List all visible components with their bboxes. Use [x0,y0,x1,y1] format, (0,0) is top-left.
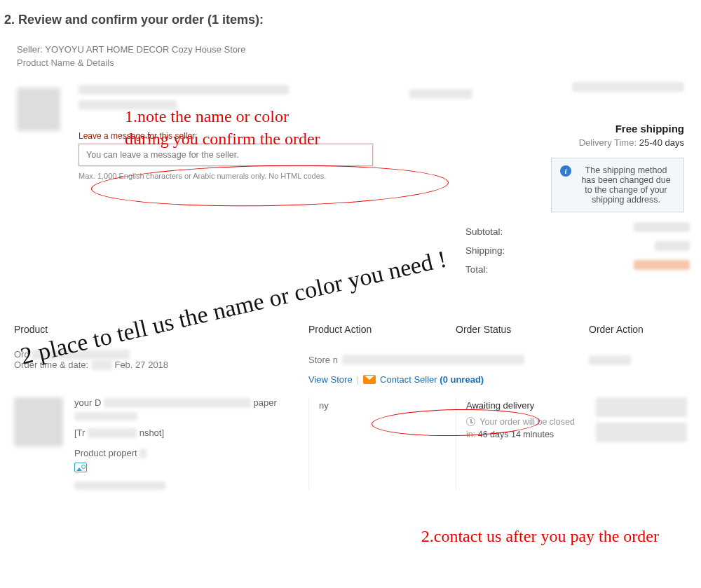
total-label: Total: [465,260,488,279]
col-status: Order Status [456,324,589,335]
annotation-2: 2.contact us after you pay the order [421,527,659,546]
blurred-text [634,260,690,270]
blurred-text [589,355,631,365]
ny-text: ny [319,400,329,411]
paper-suffix: paper [254,397,277,408]
product-name-details-label: Product Name & Details [17,57,684,68]
order-grid-header: Product Product Action Order Status Orde… [14,320,687,346]
blurred-text [79,85,289,95]
message-hint: Max. 1,000 English characters or Arabic … [79,172,425,180]
blurred-text [634,222,690,232]
blurred-text [79,100,177,110]
contact-seller-link[interactable]: Contact Seller (0 unread) [380,374,484,385]
store-prefix: Store n [308,355,338,365]
blurred-text [88,428,137,438]
blurred-text [104,398,251,408]
shipping-row: Shipping: [465,241,690,260]
info-icon: i [560,165,571,177]
awaiting-delivery: Awaiting delivery [466,400,579,411]
seller-name: YOYOYU ART HOME DECOR Cozy House Store [45,44,245,55]
leave-message-label: Leave a message for this seller: [79,131,425,141]
blurred-text [32,350,130,360]
clock-icon [466,417,475,426]
delivery-time-value: 25-40 days [639,137,684,148]
col-product: Product [14,324,308,335]
ord-prefix: Ord [14,349,29,360]
order-time-value: Feb. 27 2018 [114,360,168,370]
mail-icon [363,375,376,384]
action-button[interactable] [596,397,687,417]
order-time-text: Order time & date: [14,360,91,370]
product-column: Leave a message for this seller: Max. 1,… [60,82,425,180]
unread-count: (0 unread) [440,374,484,385]
free-shipping-label: Free shipping [523,123,684,135]
shipping-column: Free shipping Delivery Time: 25-40 days [523,82,684,148]
product-thumbnail [17,88,60,131]
contact-seller-text: Contact Seller [380,374,437,385]
delivery-time-label: Delivery Time: [579,137,637,148]
product-thumbnail [14,397,63,446]
blurred-text [139,449,147,458]
product-propert: Product propert [74,448,137,458]
your-text: your D [74,397,101,408]
page-title: 2. Review and confirm your order (1 item… [0,0,701,37]
seller-message-input[interactable] [79,144,373,166]
blurred-text [409,89,472,99]
product-cell: your D paper [Tr nshot] Product propert [14,397,308,490]
mid-column [409,89,494,99]
section-gap [0,293,701,314]
blurred-text [74,481,165,490]
subtotal-label: Subtotal: [465,222,503,241]
order-meta-row: Ord Order time & date: Order time & date… [14,346,687,373]
subtotal-row: Subtotal: [465,222,690,241]
shipping-info-box: i The shipping method has been changed d… [551,158,684,212]
info-box-text: The shipping method has been changed due… [577,165,675,205]
seller-label: Seller: [17,44,43,55]
order-grid: Product Product Action Order Status Orde… [0,314,701,504]
tr-prefix: [Tr [74,428,85,438]
blurred-text [342,355,524,364]
product-row: Leave a message for this seller: Max. 1,… [17,82,684,180]
view-store-link[interactable]: View Store [308,374,353,385]
order-action-cell [589,397,687,490]
order-body: your D paper [Tr nshot] Product propert [14,397,687,490]
review-panel: Seller: YOYOYU ART HOME DECOR Cozy House… [0,37,701,293]
store-links-row: View Store | Contact Seller (0 unread) [14,371,687,388]
blurred-text [572,82,684,92]
seller-line: Seller: YOYOYU ART HOME DECOR Cozy House… [17,44,684,55]
total-row: Total: [465,260,690,279]
delivery-time: Delivery Time: 25-40 days [523,137,684,148]
order-status-cell: Awaiting delivery Your order will be clo… [456,397,589,490]
totals-block: Subtotal: Shipping: Total: [465,222,684,279]
separator: | [357,374,359,385]
product-action-cell: ny [308,397,456,490]
col-action: Product Action [308,324,456,335]
blurred-text [74,412,137,421]
blurred-text [655,241,690,251]
close-val: 46 days 14 minutes [478,430,554,439]
shipping-label: Shipping: [465,241,505,260]
action-button[interactable] [596,423,687,442]
nshot-suffix: nshot] [139,428,164,438]
col-order-action: Order Action [589,324,687,335]
blurred-text [91,360,112,370]
image-icon[interactable] [74,463,87,472]
